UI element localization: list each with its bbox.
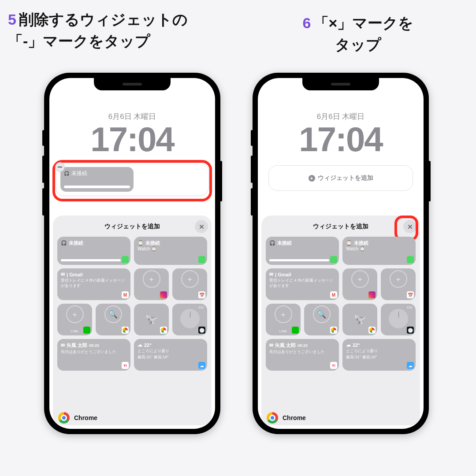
instruction-text: 削除するウィジェットの 「-」マークをタップ xyxy=(8,11,188,49)
lockscreen-widget-battery[interactable]: 🎧未接続 xyxy=(60,167,134,192)
chrome-app-icon xyxy=(368,327,376,334)
widget-option-weather[interactable]: ☁22° ところにより曇り 最高:31° 最低:18° xyxy=(342,339,416,371)
close-icon xyxy=(407,224,413,230)
widget-option-weather[interactable]: ☁22° ところにより曇り 最高:31° 最低:18° xyxy=(134,339,207,371)
widget-grid: 🎧未接続 ⌚未接続 Watch ⌚ ✉| Gmail 受信トレイに 4 件の新着… xyxy=(266,237,416,371)
widget-option-gmail[interactable]: ✉| Gmail 受信トレイに 4 件の新着メッセージがあります xyxy=(266,268,339,300)
dino-icon: 🦖 xyxy=(145,313,157,325)
close-icon xyxy=(199,224,205,230)
battery-app-icon xyxy=(330,256,337,263)
weather-app-icon xyxy=(198,362,205,369)
step-number: 5 xyxy=(8,11,16,28)
widget-option-gmail[interactable]: ✉| Gmail 受信トレイに 4 件の新着メッセージがあります xyxy=(57,268,130,300)
phone-screen: 6月6日 木曜日 17:04 🎧未接続 ウィジェットを追加 🎧未接続 xyxy=(49,78,215,429)
mail-icon: ✉ xyxy=(61,342,65,348)
lockscreen-time: 17:04 xyxy=(258,119,424,160)
clock-app-icon xyxy=(407,327,414,334)
plus-circle-icon: ＋ xyxy=(66,305,84,323)
weather-app-icon xyxy=(407,362,414,369)
plus-icon: ＋ xyxy=(309,175,315,182)
calendar-app-icon xyxy=(407,291,414,298)
chrome-app-icon xyxy=(330,327,337,334)
clock-icon xyxy=(180,309,200,328)
widget-option-watch[interactable]: ⌚未接続 Watch ⌚ xyxy=(342,237,416,265)
plus-circle-icon: ＋ xyxy=(351,270,369,288)
widget-option-instagram[interactable]: ＋ xyxy=(134,268,169,300)
widget-option-chrome-dino[interactable]: 🦖 xyxy=(134,304,169,335)
instagram-app-icon xyxy=(160,291,167,298)
widget-option-line[interactable]: ＋ LINE xyxy=(57,304,92,335)
plus-circle-icon: ＋ xyxy=(390,270,407,288)
instruction-step-5: 5削除するウィジェットの 「-」マークをタップ xyxy=(8,9,237,52)
dino-icon: 🦖 xyxy=(354,313,366,325)
widget-option-mail[interactable]: ✉矢風 太郎08:20 先日はありがとうございました xyxy=(266,339,339,371)
widget-option-instagram[interactable]: ＋ xyxy=(342,268,377,300)
remove-widget-minus-icon[interactable] xyxy=(55,162,65,172)
clock-tz-label: CU xyxy=(198,305,204,309)
sheet-title: ウィジェットを追加 xyxy=(313,223,368,231)
suggested-app-name: Chrome xyxy=(74,414,97,421)
cloud-icon: ☁ xyxy=(346,342,351,348)
widget-option-watch[interactable]: ⌚未接続 Watch ⌚ xyxy=(134,237,207,265)
airpods-icon: 🎧 xyxy=(269,240,275,246)
add-widget-sheet: ウィジェットを追加 🎧未接続 ⌚未接続 Watch ⌚ xyxy=(53,216,212,425)
instruction-step-6: 6「×」マークを タップ xyxy=(245,12,472,56)
widget-option-line[interactable]: ＋ LINE xyxy=(266,304,301,335)
lockscreen-widget-slot[interactable]: 🎧未接続 xyxy=(56,163,209,196)
widget-option-airpods[interactable]: 🎧未接続 xyxy=(57,237,130,265)
step-number: 6 xyxy=(303,15,311,31)
widget-option-mail[interactable]: ✉矢風 太郎08:20 先日はありがとうございました xyxy=(57,339,130,371)
instagram-app-icon xyxy=(368,291,376,298)
widget-option-calendar[interactable]: ＋ xyxy=(381,268,416,300)
close-sheet-button[interactable] xyxy=(195,220,208,233)
lockscreen-time: 17:04 xyxy=(49,119,215,160)
widget-option-chrome-dino[interactable]: 🦖 xyxy=(342,304,377,335)
widget-option-airpods[interactable]: 🎧未接続 xyxy=(266,237,339,265)
chrome-icon xyxy=(267,412,278,424)
suggested-app-row[interactable]: Chrome xyxy=(58,412,97,424)
notch xyxy=(94,78,171,90)
gmail-app-icon xyxy=(122,291,129,298)
widget-option-clock[interactable]: CU xyxy=(172,304,207,335)
battery-app-icon xyxy=(198,256,205,263)
search-circle-icon: 🔍 xyxy=(104,305,122,323)
plus-circle-icon: ＋ xyxy=(181,270,199,288)
plus-circle-icon: ＋ xyxy=(143,270,160,288)
line-app-icon xyxy=(83,327,90,334)
add-widget-slot[interactable]: ＋ ウィジェットを追加 xyxy=(268,165,413,191)
watch-icon: ⌚ xyxy=(138,240,144,246)
gmail-icon: ✉ xyxy=(269,271,273,277)
widget-option-chrome-search[interactable]: 🔍 xyxy=(96,304,130,335)
line-label: LINE xyxy=(71,330,79,333)
mail-icon: ✉ xyxy=(269,342,273,348)
widget-option-clock[interactable]: CU xyxy=(381,304,416,335)
weather-range: 最高:31° 最低:18° xyxy=(138,355,204,360)
widget-option-calendar[interactable]: ＋ xyxy=(172,268,207,300)
add-widget-sheet: ウィジェットを追加 🎧未接続 ⌚未接続 Watch ⌚ ✉ xyxy=(261,216,420,425)
gmail-desc: 受信トレイに 4 件の新着メッセージがあります xyxy=(61,278,127,288)
battery-bar xyxy=(64,186,130,188)
battery-app-icon xyxy=(407,256,414,263)
weather-cond: ところにより曇り xyxy=(138,349,204,354)
widget-option-chrome-search[interactable]: 🔍 xyxy=(304,304,339,335)
yahoo-mail-app-icon xyxy=(122,362,129,369)
gmail-app-icon xyxy=(330,291,337,298)
cloud-icon: ☁ xyxy=(138,342,142,348)
mail-body: 先日はありがとうございました xyxy=(61,350,127,355)
sheet-header: ウィジェットを追加 xyxy=(266,221,416,232)
plus-circle-icon: ＋ xyxy=(275,305,292,323)
airpods-icon: 🎧 xyxy=(61,240,67,246)
phone-mockup-step6: 6月6日 木曜日 17:04 ＋ ウィジェットを追加 ウィジェットを追加 🎧未接… xyxy=(253,73,429,434)
line-app-icon xyxy=(292,327,299,334)
battery-app-icon xyxy=(122,256,129,263)
phone-mockup-step5: 6月6日 木曜日 17:04 🎧未接続 ウィジェットを追加 🎧未接続 xyxy=(44,73,220,434)
notch xyxy=(302,78,379,90)
airpods-icon: 🎧 xyxy=(64,171,69,176)
chrome-icon xyxy=(58,412,70,424)
sheet-header: ウィジェットを追加 xyxy=(57,221,207,232)
suggested-app-row[interactable]: Chrome xyxy=(267,412,306,424)
add-widget-label: ウィジェットを追加 xyxy=(318,174,373,182)
sheet-title: ウィジェットを追加 xyxy=(104,223,160,231)
yahoo-mail-app-icon xyxy=(330,362,337,369)
close-sheet-button[interactable] xyxy=(403,220,416,233)
